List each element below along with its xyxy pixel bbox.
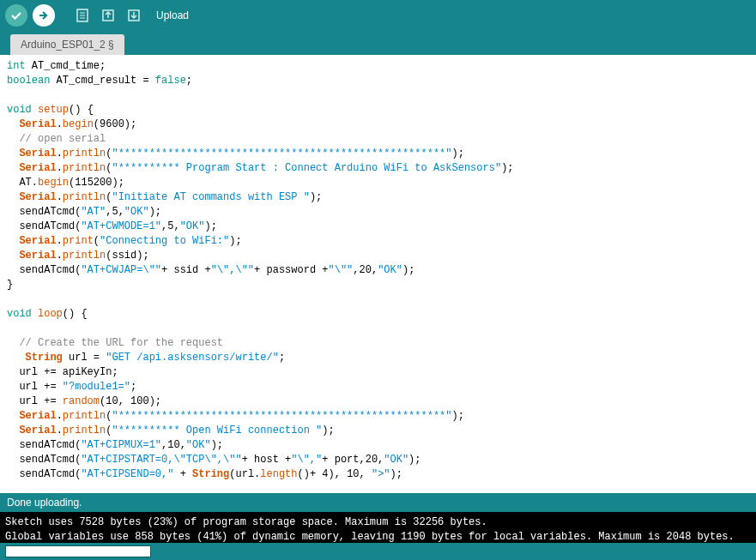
footer-bar <box>0 543 756 560</box>
upload-button[interactable] <box>33 4 55 27</box>
verify-button[interactable] <box>5 4 27 27</box>
tab-sketch[interactable]: Arduino_ESP01_2 § <box>10 34 124 55</box>
console-output: Sketch uses 7528 bytes (23%) of program … <box>0 512 756 543</box>
new-sketch-button[interactable] <box>72 5 93 26</box>
open-sketch-button[interactable] <box>98 5 118 26</box>
code-editor[interactable]: int AT_cmd_time; boolean AT_cmd_result =… <box>0 55 756 493</box>
save-sketch-button[interactable] <box>124 5 144 26</box>
console-line-1: Sketch uses 7528 bytes (23%) of program … <box>5 516 487 528</box>
toolbar: Upload <box>0 0 756 31</box>
status-text: Done uploading. <box>7 497 82 509</box>
status-bar: Done uploading. <box>0 493 756 512</box>
line-column-box[interactable] <box>5 545 151 557</box>
toolbar-action-label: Upload <box>156 9 189 21</box>
tabs-bar: Arduino_ESP01_2 § <box>0 31 756 55</box>
console-line-2: Global variables use 858 bytes (41%) of … <box>5 531 735 543</box>
